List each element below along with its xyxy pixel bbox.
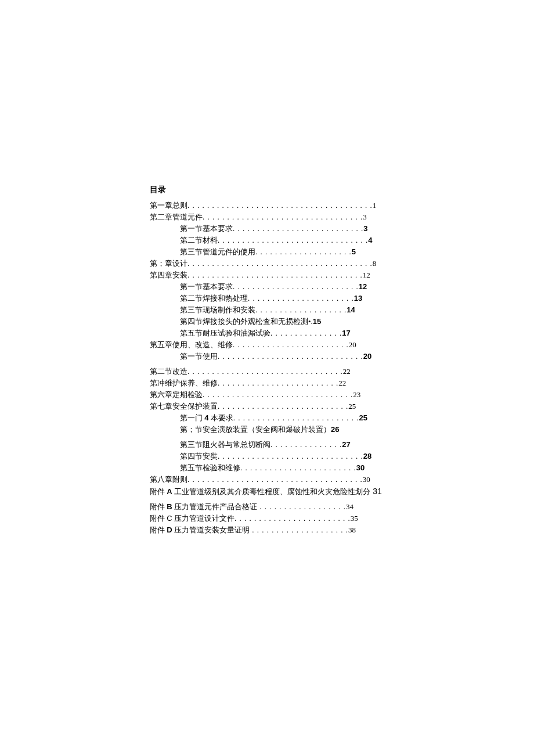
toc-entry-label: 第三节阻火器与常总切断阀	[180, 440, 270, 449]
toc-entry-leader: . . . . . . . . . . . . . . . . . . . . …	[187, 475, 363, 484]
toc-entry-label: 第二节改造	[150, 367, 187, 376]
toc-entry: 附件 C 压力管道设计文件. . . . . . . . . . . . . .…	[150, 513, 388, 524]
toc-entry-page: 27	[342, 440, 350, 449]
toc-entry-leader: . . . . . . . . . . . . . . . . . . . .	[255, 247, 352, 256]
toc-entry-leader: . . . . . . . . . . . . . . .	[270, 329, 342, 337]
toc-entry-page: 13	[354, 294, 362, 303]
toc-entry: 第五节检验和维修. . . . . . . . . . . . . . . . …	[150, 462, 388, 474]
toc-entry: 附件 D 压力管道安装女量证明 . . . . . . . . . . . . …	[150, 524, 388, 536]
toc-entry-page: 28	[363, 452, 371, 460]
toc-entry-page: 3	[363, 213, 367, 221]
toc-entry-page: 22	[338, 379, 346, 387]
toc-entry-label: 第二章管道元件	[150, 213, 203, 221]
toc-entry: 第四节焊接接头的外观松査和无损检测•.15	[150, 316, 388, 327]
toc-entry: 附件 A 工业管道级别及其介质毒性程度、腐蚀性和火灾危险性划分 31	[150, 485, 388, 498]
toc-entry-label: 第二节焊接和热处理	[180, 294, 248, 303]
toc-entry-label: 第四节焊接接头的外观松査和无损检测•.	[180, 317, 313, 326]
toc-title: 目录	[150, 185, 388, 195]
toc-entry: 第五章使用、改造、维修. . . . . . . . . . . . . . .…	[150, 339, 388, 351]
toc-entry-page: 8	[373, 259, 377, 268]
toc-entry-page: 14	[347, 305, 355, 314]
toc-entry-page: 26	[331, 425, 339, 434]
toc-entry-page: 20	[363, 352, 371, 361]
toc-entry: 第七章安全保护装置. . . . . . . . . . . . . . . .…	[150, 401, 388, 412]
toc-entry-page: 22	[343, 367, 351, 376]
toc-entry: 第；节安全演放装置（安全阀和爆破片装置）26	[150, 424, 388, 435]
toc-entry-leader: . . . . . . . . . . . . . . . . . . . . …	[240, 463, 356, 472]
toc-entry-label: 附件 A 工业管道级别及其介质毒性程度、腐蚀性和火灾危险性划分	[150, 487, 370, 496]
toc-entry-label: 第八章附则	[150, 475, 187, 484]
toc-entry: 附件 B 压力管道元件产品合格证 . . . . . . . . . . . .…	[150, 501, 388, 513]
toc-entry-label: 第一节基本要求	[180, 282, 233, 291]
toc-entry-leader: . . . . . . . . . . . . . . . . . . . . …	[187, 271, 363, 279]
toc-entry-leader: . . . . . . . . . . . . . . . . . . . . …	[218, 379, 338, 387]
toc-entry-leader: . . . . . . . . . . . . . . . . . . . . …	[203, 213, 363, 221]
toc-entry-leader: . . . . . . . . . . . . . . .	[270, 440, 342, 449]
toc-entry: 第四章安装. . . . . . . . . . . . . . . . . .…	[150, 269, 388, 281]
toc-entry-label: 第五节耐压试验和油漏试验	[180, 329, 270, 337]
toc-entry: 第一章总则. . . . . . . . . . . . . . . . . .…	[150, 200, 388, 211]
toc-entry-label: 第五节检验和维修	[180, 463, 240, 472]
toc-entry-label: 第二节材料	[180, 236, 218, 244]
toc-entry-leader: . . . . . . . . . . . . . . . . . . . . …	[233, 340, 349, 349]
toc-entry: 第三节阻火器与常总切断阀. . . . . . . . . . . . . . …	[150, 439, 388, 451]
toc-entry-page: 4	[368, 236, 372, 244]
toc-entry-page: 25	[348, 402, 356, 411]
toc-entry: 第二节焊接和热处理. . . . . . . . . . . . . . . .…	[150, 293, 388, 304]
toc-entry-leader: . . . . . . . . . . . . . . . . . . . . …	[233, 224, 363, 233]
toc-container: 目录 第一章总则. . . . . . . . . . . . . . . . …	[150, 185, 388, 536]
toc-entry-leader: . . . . . . . . . . . . . . . . . .	[257, 502, 346, 511]
toc-entry-page: 20	[349, 340, 356, 349]
toc-entry: 第一节基本要求. . . . . . . . . . . . . . . . .…	[150, 223, 388, 235]
toc-entry: 第六章定期检验. . . . . . . . . . . . . . . . .…	[150, 389, 388, 401]
toc-entry-page: 31	[373, 487, 382, 496]
toc-entry-page: 5	[352, 247, 356, 256]
toc-entry: 第一节使用. . . . . . . . . . . . . . . . . .…	[150, 351, 388, 362]
toc-entry-leader: . . . . . . . . . . . . . . . . . . .	[255, 305, 347, 314]
toc-entry: 第一节基本要求. . . . . . . . . . . . . . . . .…	[150, 281, 388, 293]
toc-entry-page: 3	[363, 224, 367, 233]
toc-entry-leader: . . . . . . . . . . . . . . . . . . . . …	[218, 402, 348, 411]
toc-entry-leader: . . . . . . . . . . . . . . . . . . . . …	[234, 514, 351, 523]
toc-entry: 第四节安奘. . . . . . . . . . . . . . . . . .…	[150, 451, 388, 462]
toc-entry-label: 第七章安全保护装置	[150, 402, 218, 411]
toc-entry-leader: . . . . . . . . . . . . . . . . . . . . …	[187, 201, 373, 210]
toc-entry-label: 第三节管道元件的使用	[180, 247, 255, 256]
toc-entry: 第一门 4 本要求. . . . . . . . . . . . . . . .…	[150, 412, 388, 424]
toc-entry: 第冲维护保养、维修. . . . . . . . . . . . . . . .…	[150, 377, 388, 389]
toc-entry-page: 25	[359, 413, 367, 422]
toc-entry-leader: . . . . . . . . . . . . . . . . . . . . …	[203, 390, 353, 399]
toc-entry-label: 第四章安装	[150, 271, 187, 279]
toc-entry-page: 30	[363, 475, 370, 484]
toc-entry-label: 第五章使用、改造、维修	[150, 340, 233, 349]
toc-entry-page: 12	[363, 271, 370, 279]
toc-entry-leader: . . . . . . . . . . . . . . . . . . . . …	[233, 413, 359, 422]
toc-entry-label: 第三节现场制作和安装	[180, 305, 255, 314]
toc-entry-page: 35	[351, 514, 358, 523]
toc-entry-label: 第四节安奘	[180, 452, 218, 460]
toc-entry-page: 1	[373, 201, 377, 210]
toc-entry-label: 附件 C 压力管道设计文件	[150, 514, 234, 523]
toc-entry-page: 38	[348, 525, 356, 534]
toc-entry-leader: . . . . . . . . . . . . . . . . . . . . …	[187, 367, 343, 376]
toc-entry-label: 第一节基本要求	[180, 224, 233, 233]
toc-entry-label: 第冲维护保养、维修	[150, 379, 218, 387]
toc-entry: 第三节现场制作和安装. . . . . . . . . . . . . . . …	[150, 304, 388, 316]
toc-entry-label: 第一门 4 本要求	[180, 413, 233, 422]
toc-entry-label: 第；节安全演放装置（安全阀和爆破片装置）	[180, 425, 331, 434]
toc-entry: 第三节管道元件的使用. . . . . . . . . . . . . . . …	[150, 246, 388, 258]
toc-entry-leader: . . . . . . . . . . . . . . . . . . . . …	[187, 259, 373, 268]
toc-entry-label: 第一章总则	[150, 201, 187, 210]
toc-entry-leader: . . . . . . . . . . . . . . . . . . . . …	[248, 294, 354, 303]
toc-entry-page: 12	[359, 282, 367, 291]
toc-entry: 第二节改造. . . . . . . . . . . . . . . . . .…	[150, 366, 388, 377]
toc-entry-label: 附件 D 压力管道安装女量证明	[150, 525, 250, 534]
toc-entry-leader: . . . . . . . . . . . . . . . . . . . . …	[218, 236, 368, 244]
toc-entry-page: 17	[342, 329, 350, 337]
toc-entry: 第二节材料. . . . . . . . . . . . . . . . . .…	[150, 235, 388, 246]
toc-entry-page: 30	[356, 463, 365, 472]
toc-entry-leader: . . . . . . . . . . . . . . . . . . . . …	[218, 452, 363, 460]
toc-entry-leader: . . . . . . . . . . . . . . . . . . . . …	[233, 282, 359, 291]
toc-body: 第一章总则. . . . . . . . . . . . . . . . . .…	[150, 200, 388, 536]
toc-entry: 第；章设计. . . . . . . . . . . . . . . . . .…	[150, 258, 388, 269]
